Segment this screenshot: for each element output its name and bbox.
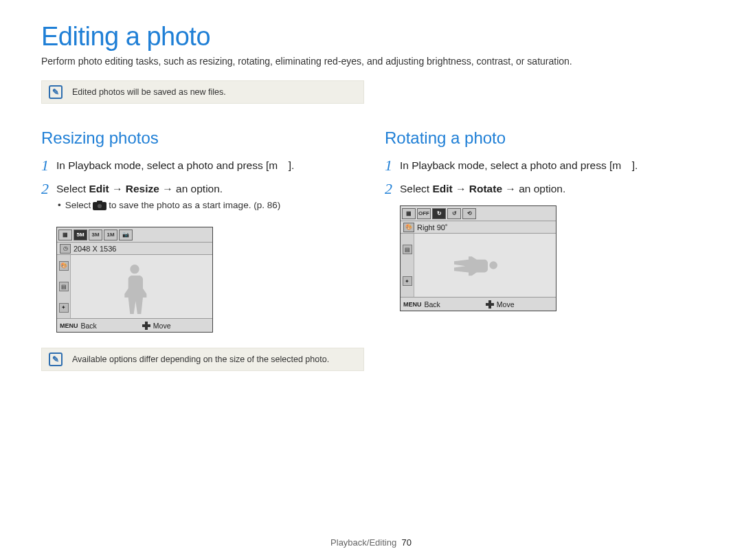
- rotate-toolbar-top: ▦ OFF ↻ ↺ ⟲: [401, 206, 556, 221]
- step-number-2: 2: [41, 181, 56, 219]
- resize-size-row: ◷ 2048 X 1536: [57, 243, 212, 255]
- person-silhouette-rotated: [454, 248, 502, 282]
- rotate-preview: ▤ ✦: [401, 234, 556, 297]
- step2-rotate: Rotate: [469, 183, 502, 194]
- clock-icon: ◷: [60, 244, 71, 254]
- rotate-180-icon: ⟲: [462, 208, 476, 219]
- note-icon: ✎: [49, 85, 63, 99]
- step2-edit: Edit: [432, 183, 452, 194]
- step-number-1: 1: [385, 157, 400, 174]
- rotate-step-2: Select Edit → Rotate → an option.: [400, 181, 565, 197]
- palette-icon: 🎨: [403, 223, 414, 232]
- resize-size-label: 2048 X 1536: [74, 245, 116, 253]
- rotate-column: Rotating a photo 1 In Playback mode, sel…: [385, 128, 701, 396]
- resize-preview: 🎨 ▤ ✦: [57, 255, 212, 318]
- sub-pre: Select: [65, 199, 91, 212]
- opt-1m: 1M: [104, 229, 117, 240]
- resize-toolbar-top: ▦ 5M 3M 1M 📷: [57, 227, 212, 243]
- rotate-screenshot: ▦ OFF ↻ ↺ ⟲ 🎨 Right 90˚ ▤ ✦: [400, 205, 556, 311]
- menu-label: MENU: [60, 322, 78, 329]
- step2-pre: Select: [56, 183, 89, 194]
- step2-post: → an option.: [502, 183, 565, 194]
- start-image-icon: [93, 201, 106, 210]
- adjust-icon: ▤: [403, 245, 412, 254]
- footer-page-number: 70: [401, 537, 411, 548]
- resize-step-2: Select Edit → Resize → an option. Select…: [56, 181, 280, 219]
- step2-resize: Resize: [126, 183, 159, 194]
- note-box-resize: ✎ Available options differ depending on …: [41, 348, 364, 371]
- sub-post: to save the photo as a start image. (p. …: [109, 199, 280, 212]
- step2-pre: Select: [400, 183, 432, 194]
- move-label: Move: [153, 322, 171, 330]
- note-icon: ✎: [49, 352, 63, 366]
- rotate-heading: Rotating a photo: [385, 128, 701, 148]
- resize-side-icons: 🎨 ▤ ✦: [57, 255, 71, 318]
- step2-edit: Edit: [89, 183, 109, 194]
- resize-substep: Select to save the photo as a start imag…: [56, 199, 280, 212]
- step-number-2: 2: [385, 181, 400, 197]
- back-label: Back: [81, 322, 97, 330]
- resize-screenshot: ▦ 5M 3M 1M 📷 ◷ 2048 X 1536 🎨 ▤ ✦: [56, 227, 213, 333]
- page-footer: Playback/Editing 70: [0, 537, 742, 548]
- footer-section: Playback/Editing: [330, 537, 396, 548]
- rotate-label-row: 🎨 Right 90˚: [401, 221, 556, 234]
- note-box-top: ✎ Edited photos will be saved as new fil…: [41, 80, 364, 104]
- note-text: Edited photos will be saved as new files…: [72, 87, 226, 97]
- resize-heading: Resizing photos: [41, 128, 357, 148]
- off-icon: OFF: [417, 208, 431, 219]
- adjust-icon: ▤: [59, 282, 69, 291]
- step2-arrow1: →: [453, 183, 469, 194]
- intro-text: Perform photo editing tasks, such as res…: [41, 56, 701, 67]
- page-title: Editing a photo: [41, 22, 701, 52]
- palette-icon: 🎨: [59, 261, 69, 271]
- rotate-bottom-bar: MENU Back Move: [401, 297, 556, 311]
- crop-icon: ▦: [402, 208, 416, 219]
- opt-cam: 📷: [119, 229, 133, 240]
- effect-icon: ✦: [403, 276, 412, 286]
- resize-column: Resizing photos 1 In Playback mode, sele…: [41, 128, 357, 396]
- menu-label: MENU: [403, 301, 422, 308]
- rotate-label: Right 90˚: [417, 223, 448, 232]
- rotate-side-icons: ▤ ✦: [401, 234, 414, 297]
- step2-post: → an option.: [159, 183, 223, 194]
- resize-bottom-bar: MENU Back Move: [57, 318, 212, 332]
- step2-arrow1: →: [109, 183, 126, 194]
- rotate-right-icon: ↻: [432, 208, 446, 219]
- note-text-2: Available options differ depending on th…: [72, 355, 329, 364]
- resize-step-1: In Playback mode, select a photo and pre…: [56, 157, 294, 174]
- rotate-left-icon: ↺: [447, 208, 461, 219]
- crop-icon: ▦: [58, 229, 72, 240]
- dpad-icon: [486, 300, 494, 309]
- svg-rect-2: [97, 201, 102, 203]
- dpad-icon: [142, 322, 150, 330]
- person-silhouette: [114, 259, 155, 314]
- rotate-step-1: In Playback mode, select a photo and pre…: [400, 157, 638, 174]
- opt-5m: 5M: [74, 229, 87, 240]
- opt-3m: 3M: [89, 229, 102, 240]
- back-label: Back: [425, 300, 440, 309]
- step-number-1: 1: [41, 157, 56, 174]
- svg-point-1: [98, 204, 102, 208]
- move-label: Move: [497, 300, 515, 309]
- effect-icon: ✦: [59, 303, 69, 313]
